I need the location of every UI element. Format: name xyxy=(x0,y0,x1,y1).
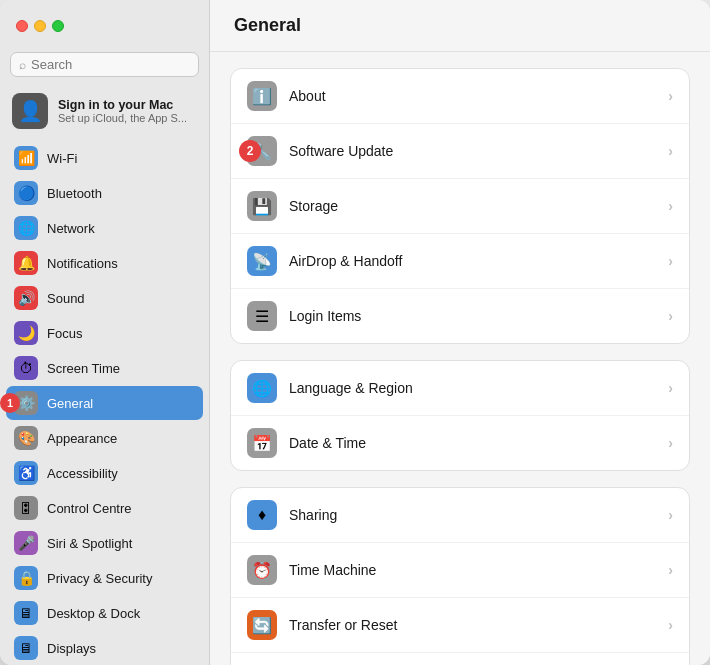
accessibility-icon: ♿ xyxy=(14,461,38,485)
sidebar-item-displays[interactable]: 🖥 Displays xyxy=(6,631,203,665)
settings-row-timemachine[interactable]: ⏰ Time Machine › xyxy=(231,543,689,598)
sidebar-item-bluetooth[interactable]: 🔵 Bluetooth xyxy=(6,176,203,210)
sidebar-item-label: Appearance xyxy=(47,431,117,446)
page-title: General xyxy=(234,15,301,36)
sidebar-item-accessibility[interactable]: ♿ Accessibility xyxy=(6,456,203,490)
settings-row-loginitems[interactable]: ☰ Login Items › xyxy=(231,289,689,343)
minimize-button[interactable] xyxy=(34,20,46,32)
settings-row-label: Login Items xyxy=(289,308,668,324)
settings-row-label: Date & Time xyxy=(289,435,668,451)
datetime-icon: 📅 xyxy=(247,428,277,458)
bluetooth-icon: 🔵 xyxy=(14,181,38,205)
maximize-button[interactable] xyxy=(52,20,64,32)
timemachine-icon: ⏰ xyxy=(247,555,277,585)
focus-icon: 🌙 xyxy=(14,321,38,345)
chevron-icon: › xyxy=(668,562,673,578)
sidebar-item-notifications[interactable]: 🔔 Notifications xyxy=(6,246,203,280)
sidebar-item-privacy[interactable]: 🔒 Privacy & Security xyxy=(6,561,203,595)
chevron-icon: › xyxy=(668,88,673,104)
sidebar-item-appearance[interactable]: 🎨 Appearance xyxy=(6,421,203,455)
chevron-icon: › xyxy=(668,143,673,159)
search-icon: ⌕ xyxy=(19,58,26,72)
main-content: General ℹ️ About › 🔧 Software Update › 2… xyxy=(210,0,710,665)
chevron-icon: › xyxy=(668,380,673,396)
sidebar-item-label: Wi-Fi xyxy=(47,151,77,166)
sidebar-item-label: Displays xyxy=(47,641,96,656)
sidebar-item-label: Privacy & Security xyxy=(47,571,152,586)
settings-row-datetime[interactable]: 📅 Date & Time › xyxy=(231,416,689,470)
settings-section-section2: 🌐 Language & Region › 📅 Date & Time › xyxy=(230,360,690,471)
close-button[interactable] xyxy=(16,20,28,32)
screentime-icon: ⏱ xyxy=(14,356,38,380)
settings-row-storage[interactable]: 💾 Storage › xyxy=(231,179,689,234)
chevron-icon: › xyxy=(668,507,673,523)
sidebar-item-label: Sound xyxy=(47,291,85,306)
settings-row-label: Software Update xyxy=(289,143,668,159)
sidebar-item-label: Desktop & Dock xyxy=(47,606,140,621)
account-subtitle: Set up iCloud, the App S... xyxy=(58,112,187,124)
privacy-icon: 🔒 xyxy=(14,566,38,590)
settings-row-label: Sharing xyxy=(289,507,668,523)
settings-row-airdrop[interactable]: 📡 AirDrop & Handoff › xyxy=(231,234,689,289)
sound-icon: 🔊 xyxy=(14,286,38,310)
main-titlebar: General xyxy=(210,0,710,52)
titlebar xyxy=(0,0,209,52)
chevron-icon: › xyxy=(668,308,673,324)
sidebar-item-wifi[interactable]: 📶 Wi-Fi xyxy=(6,141,203,175)
search-input[interactable] xyxy=(31,57,190,72)
network-icon: 🌐 xyxy=(14,216,38,240)
settings-row-startupdisk[interactable]: 💿 Startup Disk › xyxy=(231,653,689,665)
sidebar-item-controlcentre[interactable]: 🎛 Control Centre xyxy=(6,491,203,525)
chevron-icon: › xyxy=(668,253,673,269)
about-icon: ℹ️ xyxy=(247,81,277,111)
displays-icon: 🖥 xyxy=(14,636,38,660)
settings-row-label: Storage xyxy=(289,198,668,214)
settings-section-section1: ℹ️ About › 🔧 Software Update › 2 💾 Stora… xyxy=(230,68,690,344)
chevron-icon: › xyxy=(668,435,673,451)
settings-row-sharing[interactable]: ♦ Sharing › xyxy=(231,488,689,543)
sidebar-item-label: Accessibility xyxy=(47,466,118,481)
sidebar-item-label: General xyxy=(47,396,93,411)
settings-row-transferorreset[interactable]: 🔄 Transfer or Reset › xyxy=(231,598,689,653)
account-info: Sign in to your Mac Set up iCloud, the A… xyxy=(58,98,187,124)
siri-icon: 🎤 xyxy=(14,531,38,555)
settings-row-label: AirDrop & Handoff xyxy=(289,253,668,269)
transferorreset-icon: 🔄 xyxy=(247,610,277,640)
sidebar-badge: 1 xyxy=(0,393,20,413)
account-title: Sign in to your Mac xyxy=(58,98,187,112)
settings-row-label: About xyxy=(289,88,668,104)
sidebar-scroll: 📶 Wi-Fi 🔵 Bluetooth 🌐 Network 🔔 Notifica… xyxy=(0,141,209,665)
desktop-icon: 🖥 xyxy=(14,601,38,625)
sidebar-item-label: Focus xyxy=(47,326,82,341)
main-scroll: ℹ️ About › 🔧 Software Update › 2 💾 Stora… xyxy=(210,52,710,665)
appearance-icon: 🎨 xyxy=(14,426,38,450)
account-avatar: 👤 xyxy=(12,93,48,129)
sidebar-item-label: Bluetooth xyxy=(47,186,102,201)
language-icon: 🌐 xyxy=(247,373,277,403)
main-badge: 2 xyxy=(239,140,261,162)
sidebar-item-general[interactable]: ⚙️ General xyxy=(6,386,203,420)
chevron-icon: › xyxy=(668,198,673,214)
account-row[interactable]: 👤 Sign in to your Mac Set up iCloud, the… xyxy=(0,85,209,137)
search-bar[interactable]: ⌕ xyxy=(10,52,199,77)
sidebar-item-desktop[interactable]: 🖥 Desktop & Dock xyxy=(6,596,203,630)
sidebar-item-siri[interactable]: 🎤 Siri & Spotlight xyxy=(6,526,203,560)
controlcentre-icon: 🎛 xyxy=(14,496,38,520)
sidebar-item-focus[interactable]: 🌙 Focus xyxy=(6,316,203,350)
sidebar-item-label: Siri & Spotlight xyxy=(47,536,132,551)
sidebar-item-label: Network xyxy=(47,221,95,236)
settings-row-about[interactable]: ℹ️ About › xyxy=(231,69,689,124)
sidebar: ⌕ 👤 Sign in to your Mac Set up iCloud, t… xyxy=(0,0,210,665)
sidebar-item-label: Notifications xyxy=(47,256,118,271)
chevron-icon: › xyxy=(668,617,673,633)
sidebar-item-screentime[interactable]: ⏱ Screen Time xyxy=(6,351,203,385)
notifications-icon: 🔔 xyxy=(14,251,38,275)
sidebar-item-sound[interactable]: 🔊 Sound xyxy=(6,281,203,315)
airdrop-icon: 📡 xyxy=(247,246,277,276)
settings-section-section3: ♦ Sharing › ⏰ Time Machine › 🔄 Transfer … xyxy=(230,487,690,665)
storage-icon: 💾 xyxy=(247,191,277,221)
sharing-icon: ♦ xyxy=(247,500,277,530)
sidebar-item-network[interactable]: 🌐 Network xyxy=(6,211,203,245)
settings-row-softwareupdate[interactable]: 🔧 Software Update › 2 xyxy=(231,124,689,179)
settings-row-language[interactable]: 🌐 Language & Region › xyxy=(231,361,689,416)
